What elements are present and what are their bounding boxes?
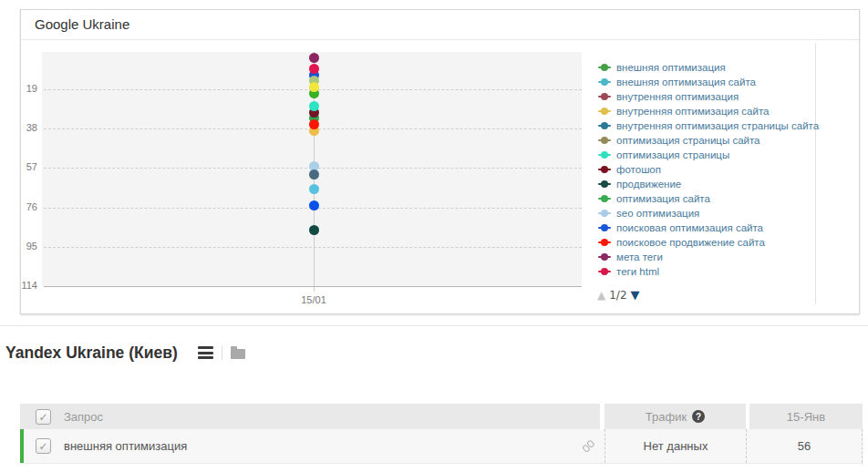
- legend-item[interactable]: внешняя оптимизация сайта: [598, 75, 826, 89]
- chart-point[interactable]: [309, 184, 319, 194]
- legend-marker-icon: [598, 165, 611, 174]
- legend-item-label: оптимизация страницы сайта: [616, 135, 760, 146]
- folder-icon[interactable]: [231, 349, 245, 359]
- google-chart-panel: Google Ukraine 15/01 внешняя оптимизация…: [20, 9, 860, 314]
- table-row: ✓ внешняя оптимизация Нет данных 56: [20, 429, 863, 464]
- checkmark-icon: ✓: [38, 441, 47, 452]
- yandex-section-header: Yandex Ukraine (Киев): [5, 341, 245, 364]
- keyword-label[interactable]: внешняя оптимизация: [64, 439, 187, 453]
- row-status-stripe: [20, 429, 24, 463]
- legend-item-label: внешняя оптимизация сайта: [616, 77, 756, 87]
- legend-marker-icon: [598, 150, 611, 159]
- legend-item-label: поисковое продвижение сайта: [616, 237, 765, 248]
- row-checkbox[interactable]: ✓: [36, 438, 51, 454]
- legend-item[interactable]: мета теги: [598, 250, 826, 264]
- legend-marker-icon: [598, 63, 611, 72]
- y-axis-tick-label: 19: [1, 83, 37, 94]
- legend-marker-icon: [598, 136, 611, 145]
- y-axis-tick-label: 114: [1, 280, 37, 291]
- legend-item-label: фотошоп: [616, 164, 661, 175]
- chart-point[interactable]: [309, 119, 319, 129]
- legend-marker-icon: [598, 92, 611, 101]
- chart-point[interactable]: [309, 64, 319, 74]
- y-axis-tick-label: 57: [1, 161, 37, 172]
- header-traffic-label: Трафик: [646, 410, 687, 424]
- legend-marker-icon: [598, 209, 611, 218]
- chart-point[interactable]: [309, 200, 319, 210]
- legend-item[interactable]: поисковое продвижение сайта: [598, 235, 826, 250]
- menu-icon[interactable]: [198, 346, 213, 359]
- table-header-row: ✓ Запрос Трафик ? 15-Янв: [20, 404, 863, 429]
- legend-item[interactable]: внутренняя оптимизация сайта: [598, 104, 826, 118]
- checkmark-icon: ✓: [38, 412, 47, 423]
- chart-point[interactable]: [309, 82, 319, 92]
- screen: Google Ukraine 15/01 внешняя оптимизация…: [0, 0, 868, 472]
- header-cell-traffic: Трафик ?: [604, 404, 746, 429]
- legend-item[interactable]: оптимизация страницы сайта: [598, 133, 826, 148]
- row-cell-query: ✓ внешняя оптимизация: [20, 429, 604, 463]
- chart-point[interactable]: [309, 101, 319, 111]
- panel-title: Google Ukraine: [21, 10, 859, 40]
- chart-region: 15/01 внешняя оптимизациявнешняя оптимиз…: [21, 40, 859, 313]
- legend-pager: ▲ 1/2 ▼: [597, 288, 640, 302]
- legend-page-indicator: 1/2: [609, 289, 626, 302]
- legend-item[interactable]: фотошоп: [598, 162, 826, 177]
- y-gridline: [44, 286, 582, 287]
- y-axis-tick-label: 76: [1, 201, 37, 212]
- legend-item-label: теги html: [616, 266, 659, 277]
- legend-page-down-icon[interactable]: ▼: [631, 288, 640, 302]
- keywords-table: ✓ Запрос Трафик ? 15-Янв ✓ внешняя оптим…: [20, 404, 863, 464]
- row-cell-date-value: 56: [746, 429, 863, 463]
- legend-item[interactable]: внутренняя оптимизация: [598, 89, 826, 104]
- row-cell-traffic: Нет данных: [604, 429, 746, 463]
- legend-item-label: поисковая оптимизация сайта: [616, 222, 763, 233]
- legend-item[interactable]: теги html: [598, 264, 826, 279]
- y-axis-tick-label: 95: [1, 241, 37, 251]
- section-divider: [0, 325, 868, 326]
- legend-marker-icon: [598, 194, 611, 203]
- yandex-section-title: Yandex Ukraine (Киев): [5, 344, 178, 363]
- x-axis-tick-label: 15/01: [286, 294, 341, 305]
- legend-page-up-icon[interactable]: ▲: [597, 289, 605, 302]
- traffic-info-icon[interactable]: ?: [692, 410, 705, 423]
- legend-marker-icon: [598, 238, 611, 247]
- header-query-label: Запрос: [64, 410, 103, 424]
- legend-item-label: внешняя оптимизация: [616, 62, 726, 73]
- legend-marker-icon: [598, 107, 611, 116]
- legend-marker-icon: [598, 77, 611, 87]
- chart-point[interactable]: [309, 53, 319, 63]
- header-cell-query: ✓ Запрос: [20, 404, 600, 429]
- legend-marker-icon: [598, 223, 611, 232]
- legend-marker-icon: [598, 252, 611, 262]
- link-icon[interactable]: [578, 436, 599, 457]
- legend-marker-icon: [598, 267, 611, 276]
- y-axis-tick-label: 38: [1, 122, 37, 133]
- legend-item[interactable]: продвижение: [598, 177, 826, 191]
- chart-point[interactable]: [309, 169, 319, 180]
- chart-point[interactable]: [309, 225, 319, 235]
- legend-item-label: внутренняя оптимизация сайта: [616, 106, 769, 117]
- y-gridline: [44, 247, 582, 248]
- separator: [222, 345, 222, 360]
- legend-item[interactable]: оптимизация сайта: [598, 191, 826, 206]
- legend-item-label: мета теги: [616, 251, 663, 262]
- legend-item-label: seo оптимизация: [616, 208, 699, 219]
- legend-item-label: оптимизация страницы: [616, 149, 729, 160]
- legend-item[interactable]: внешняя оптимизация: [598, 60, 826, 75]
- header-cell-date: 15-Янв: [749, 404, 863, 429]
- legend-item[interactable]: поисковая оптимизация сайта: [598, 221, 826, 235]
- legend-marker-icon: [598, 121, 611, 130]
- legend-item[interactable]: seo оптимизация: [598, 206, 826, 221]
- legend-item-label: внутренняя оптимизация страницы сайта: [616, 120, 819, 131]
- chart-legend: внешняя оптимизациявнешняя оптимизация с…: [598, 60, 826, 279]
- select-all-checkbox[interactable]: ✓: [36, 409, 51, 425]
- legend-item-label: оптимизация сайта: [616, 193, 710, 204]
- legend-marker-icon: [598, 180, 611, 189]
- legend-item-label: продвижение: [616, 179, 681, 190]
- legend-item[interactable]: внутренняя оптимизация страницы сайта: [598, 118, 826, 133]
- legend-item[interactable]: оптимизация страницы: [598, 148, 826, 162]
- legend-item-label: внутренняя оптимизация: [616, 91, 739, 102]
